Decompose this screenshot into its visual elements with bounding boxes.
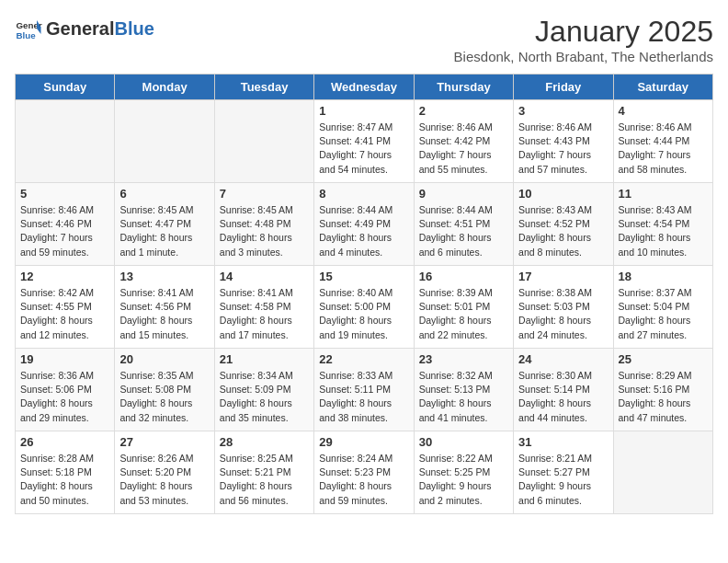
calendar-cell: 29Sunrise: 8:24 AM Sunset: 5:23 PM Dayli… <box>314 431 414 514</box>
day-info: Sunrise: 8:40 AM Sunset: 5:00 PM Dayligh… <box>319 286 408 342</box>
calendar-cell: 15Sunrise: 8:40 AM Sunset: 5:00 PM Dayli… <box>314 266 414 349</box>
calendar-cell: 17Sunrise: 8:38 AM Sunset: 5:03 PM Dayli… <box>514 266 613 349</box>
calendar-cell: 23Sunrise: 8:32 AM Sunset: 5:13 PM Dayli… <box>414 349 513 431</box>
day-info: Sunrise: 8:24 AM Sunset: 5:23 PM Dayligh… <box>319 452 408 508</box>
day-number: 3 <box>518 104 608 118</box>
day-info: Sunrise: 8:46 AM Sunset: 4:42 PM Dayligh… <box>419 121 508 177</box>
day-number: 28 <box>220 435 309 449</box>
day-info: Sunrise: 8:36 AM Sunset: 5:06 PM Dayligh… <box>20 369 109 425</box>
calendar-cell: 16Sunrise: 8:39 AM Sunset: 5:01 PM Dayli… <box>414 266 513 349</box>
day-number: 29 <box>319 435 408 449</box>
calendar-table: SundayMondayTuesdayWednesdayThursdayFrid… <box>15 74 713 514</box>
day-number: 11 <box>619 187 708 201</box>
weekday-header-friday: Friday <box>514 75 613 100</box>
calendar-cell <box>214 100 313 183</box>
day-number: 9 <box>419 187 508 201</box>
calendar-cell: 19Sunrise: 8:36 AM Sunset: 5:06 PM Dayli… <box>16 349 115 431</box>
day-info: Sunrise: 8:41 AM Sunset: 4:58 PM Dayligh… <box>220 286 309 342</box>
calendar-cell: 6Sunrise: 8:45 AM Sunset: 4:47 PM Daylig… <box>115 183 214 266</box>
day-number: 27 <box>119 435 209 449</box>
calendar-week-row: 1Sunrise: 8:47 AM Sunset: 4:41 PM Daylig… <box>16 100 713 183</box>
page-header: General Blue GeneralBlue January 2025 Bi… <box>15 15 713 64</box>
day-info: Sunrise: 8:33 AM Sunset: 5:11 PM Dayligh… <box>319 369 408 425</box>
calendar-week-row: 12Sunrise: 8:42 AM Sunset: 4:55 PM Dayli… <box>16 266 713 349</box>
logo-icon: General Blue <box>15 15 42 42</box>
day-number: 4 <box>619 104 708 118</box>
day-info: Sunrise: 8:26 AM Sunset: 5:20 PM Dayligh… <box>119 452 209 508</box>
day-number: 24 <box>518 352 608 366</box>
calendar-cell: 5Sunrise: 8:46 AM Sunset: 4:46 PM Daylig… <box>16 183 115 266</box>
calendar-cell: 9Sunrise: 8:44 AM Sunset: 4:51 PM Daylig… <box>414 183 513 266</box>
calendar-cell: 30Sunrise: 8:22 AM Sunset: 5:25 PM Dayli… <box>414 431 513 514</box>
calendar-week-row: 5Sunrise: 8:46 AM Sunset: 4:46 PM Daylig… <box>16 183 713 266</box>
calendar-cell <box>16 100 115 183</box>
day-info: Sunrise: 8:46 AM Sunset: 4:44 PM Dayligh… <box>619 121 708 177</box>
day-number: 18 <box>619 270 708 283</box>
calendar-cell: 11Sunrise: 8:43 AM Sunset: 4:54 PM Dayli… <box>613 183 712 266</box>
day-info: Sunrise: 8:45 AM Sunset: 4:47 PM Dayligh… <box>119 203 209 259</box>
calendar-cell: 12Sunrise: 8:42 AM Sunset: 4:55 PM Dayli… <box>16 266 115 349</box>
day-info: Sunrise: 8:42 AM Sunset: 4:55 PM Dayligh… <box>20 286 109 342</box>
day-info: Sunrise: 8:37 AM Sunset: 5:04 PM Dayligh… <box>619 286 708 342</box>
day-number: 21 <box>220 352 309 366</box>
calendar-cell: 3Sunrise: 8:46 AM Sunset: 4:43 PM Daylig… <box>514 100 613 183</box>
logo-blue: Blue <box>114 18 154 40</box>
day-info: Sunrise: 8:46 AM Sunset: 4:43 PM Dayligh… <box>518 121 608 177</box>
calendar-cell: 4Sunrise: 8:46 AM Sunset: 4:44 PM Daylig… <box>613 100 712 183</box>
weekday-header-thursday: Thursday <box>414 75 513 100</box>
day-info: Sunrise: 8:22 AM Sunset: 5:25 PM Dayligh… <box>419 452 508 508</box>
calendar-cell: 22Sunrise: 8:33 AM Sunset: 5:11 PM Dayli… <box>314 349 414 431</box>
day-number: 16 <box>419 270 508 283</box>
day-number: 25 <box>619 352 708 366</box>
calendar-cell: 8Sunrise: 8:44 AM Sunset: 4:49 PM Daylig… <box>314 183 414 266</box>
day-number: 26 <box>20 435 109 449</box>
logo-general: General <box>46 18 114 40</box>
day-number: 6 <box>119 187 209 201</box>
calendar-cell <box>613 431 712 514</box>
calendar-week-row: 19Sunrise: 8:36 AM Sunset: 5:06 PM Dayli… <box>16 349 713 431</box>
day-number: 12 <box>20 270 109 283</box>
location-subtitle: Biesdonk, North Brabant, The Netherlands <box>454 49 713 64</box>
day-number: 31 <box>518 435 608 449</box>
day-info: Sunrise: 8:43 AM Sunset: 4:52 PM Dayligh… <box>518 203 608 259</box>
weekday-header-sunday: Sunday <box>16 75 115 100</box>
day-number: 22 <box>319 352 408 366</box>
calendar-cell: 27Sunrise: 8:26 AM Sunset: 5:20 PM Dayli… <box>115 431 214 514</box>
day-number: 19 <box>20 352 109 366</box>
day-info: Sunrise: 8:32 AM Sunset: 5:13 PM Dayligh… <box>419 369 508 425</box>
day-number: 17 <box>518 270 608 283</box>
day-number: 30 <box>419 435 508 449</box>
calendar-cell: 18Sunrise: 8:37 AM Sunset: 5:04 PM Dayli… <box>613 266 712 349</box>
day-number: 14 <box>220 270 309 283</box>
calendar-cell: 21Sunrise: 8:34 AM Sunset: 5:09 PM Dayli… <box>214 349 313 431</box>
month-year-title: January 2025 <box>454 15 713 49</box>
day-number: 20 <box>119 352 209 366</box>
weekday-header-row: SundayMondayTuesdayWednesdayThursdayFrid… <box>16 75 713 100</box>
weekday-header-monday: Monday <box>115 75 214 100</box>
day-info: Sunrise: 8:44 AM Sunset: 4:49 PM Dayligh… <box>319 203 408 259</box>
day-number: 10 <box>518 187 608 201</box>
day-number: 5 <box>20 187 109 201</box>
day-info: Sunrise: 8:39 AM Sunset: 5:01 PM Dayligh… <box>419 286 508 342</box>
day-number: 23 <box>419 352 508 366</box>
day-number: 7 <box>220 187 309 201</box>
day-number: 2 <box>419 104 508 118</box>
day-info: Sunrise: 8:47 AM Sunset: 4:41 PM Dayligh… <box>319 121 408 177</box>
calendar-cell: 20Sunrise: 8:35 AM Sunset: 5:08 PM Dayli… <box>115 349 214 431</box>
calendar-cell <box>115 100 214 183</box>
day-info: Sunrise: 8:45 AM Sunset: 4:48 PM Dayligh… <box>220 203 309 259</box>
svg-text:Blue: Blue <box>17 30 37 40</box>
day-number: 8 <box>319 187 408 201</box>
day-info: Sunrise: 8:25 AM Sunset: 5:21 PM Dayligh… <box>220 452 309 508</box>
logo: General Blue GeneralBlue <box>15 15 154 42</box>
title-area: January 2025 Biesdonk, North Brabant, Th… <box>454 15 713 64</box>
calendar-cell: 2Sunrise: 8:46 AM Sunset: 4:42 PM Daylig… <box>414 100 513 183</box>
day-info: Sunrise: 8:28 AM Sunset: 5:18 PM Dayligh… <box>20 452 109 508</box>
logo-text: GeneralBlue <box>46 18 154 40</box>
weekday-header-tuesday: Tuesday <box>214 75 313 100</box>
day-info: Sunrise: 8:44 AM Sunset: 4:51 PM Dayligh… <box>419 203 508 259</box>
calendar-cell: 24Sunrise: 8:30 AM Sunset: 5:14 PM Dayli… <box>514 349 613 431</box>
calendar-week-row: 26Sunrise: 8:28 AM Sunset: 5:18 PM Dayli… <box>16 431 713 514</box>
calendar-cell: 1Sunrise: 8:47 AM Sunset: 4:41 PM Daylig… <box>314 100 414 183</box>
calendar-cell: 10Sunrise: 8:43 AM Sunset: 4:52 PM Dayli… <box>514 183 613 266</box>
